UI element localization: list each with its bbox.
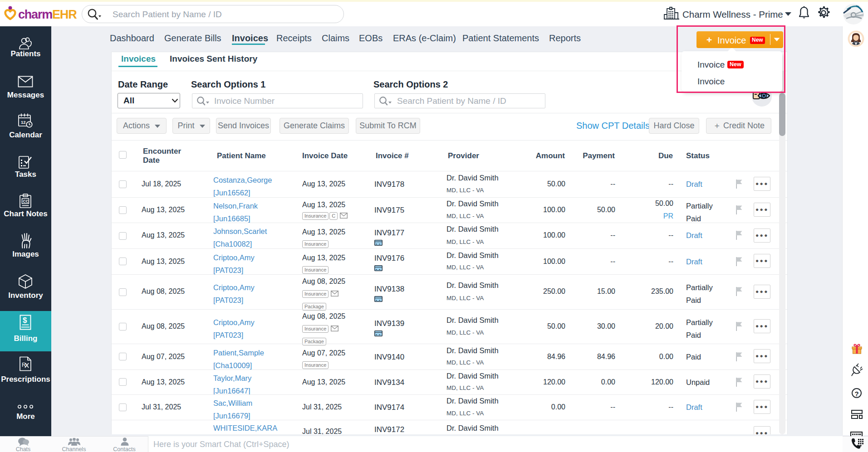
svg-text:CC: CC (23, 199, 29, 204)
svg-text:12: 12 (21, 120, 26, 125)
svg-text:$: $ (23, 316, 27, 325)
